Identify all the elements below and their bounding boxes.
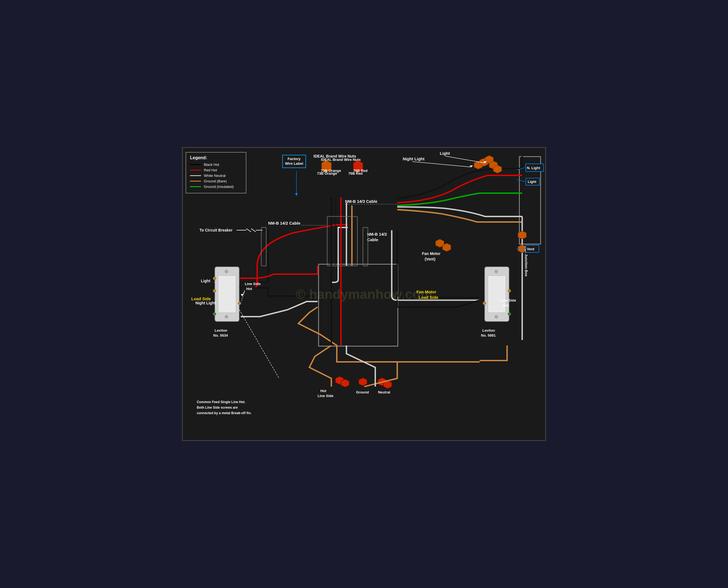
svg-text:Night Light: Night Light bbox=[195, 301, 216, 305]
svg-line-61 bbox=[239, 310, 279, 379]
svg-line-3 bbox=[246, 229, 251, 232]
nm142-top-label: NM-B 14/2 Cable bbox=[268, 221, 301, 226]
nm142-right-label: NM-B 14/2 bbox=[367, 232, 387, 236]
svg-text:Light: Light bbox=[201, 279, 210, 283]
svg-text:Line Side: Line Side bbox=[245, 282, 260, 286]
svg-text:Fan Motor: Fan Motor bbox=[422, 251, 441, 256]
nm142-right-label2: Cable bbox=[367, 237, 378, 242]
svg-text:Light: Light bbox=[440, 151, 450, 155]
svg-text:Leviton: Leviton bbox=[483, 328, 495, 333]
76b-red-label: 76B Red bbox=[353, 169, 368, 173]
svg-line-71 bbox=[517, 180, 525, 182]
svg-text:Hot: Hot bbox=[503, 303, 509, 308]
svg-marker-24 bbox=[518, 231, 526, 239]
svg-text:Hot: Hot bbox=[246, 287, 252, 291]
svg-line-4 bbox=[251, 229, 256, 232]
svg-text:Common Feed Single Line Hot.: Common Feed Single Line Hot. bbox=[197, 400, 245, 404]
svg-marker-12 bbox=[341, 379, 349, 387]
svg-line-32 bbox=[445, 156, 485, 163]
svg-text:Hot: Hot bbox=[320, 389, 326, 393]
svg-marker-13 bbox=[359, 378, 367, 386]
svg-text:Light: Light bbox=[528, 180, 537, 184]
73b-orange-label: 73B Orange bbox=[321, 169, 341, 173]
svg-marker-17 bbox=[442, 244, 451, 251]
svg-text:Line Side: Line Side bbox=[500, 298, 516, 302]
circuit-breaker-label: To Circuit Breaker bbox=[199, 228, 232, 232]
svg-text:Load Side: Load Side bbox=[419, 295, 438, 300]
svg-text:Vent: Vent bbox=[527, 247, 535, 251]
diagram-container: © handymanhow.com Legend: Black Hot Red … bbox=[182, 147, 546, 441]
nm143-label: NM-B 14/3 Cable bbox=[345, 199, 377, 204]
svg-text:Fan Motor: Fan Motor bbox=[417, 290, 436, 294]
svg-line-45 bbox=[241, 291, 245, 301]
svg-text:No. 5691: No. 5691 bbox=[481, 333, 496, 337]
svg-line-29 bbox=[412, 162, 471, 167]
svg-marker-10 bbox=[493, 165, 502, 173]
svg-text:Line Side: Line Side bbox=[318, 394, 333, 398]
svg-text:Neutral: Neutral bbox=[378, 390, 390, 394]
svg-text:Both Line Side screws are: Both Line Side screws are bbox=[197, 406, 238, 410]
svg-text:Leviton: Leviton bbox=[215, 328, 227, 333]
svg-text:No. 5634: No. 5634 bbox=[213, 333, 228, 337]
svg-text:Night Light: Night Light bbox=[403, 157, 424, 161]
wiring-svg: NM-B 14/3 Cable NM-B 14/2 Cable NM-B 14/… bbox=[183, 148, 545, 440]
svg-text:(Vent): (Vent) bbox=[425, 257, 436, 261]
svg-marker-44 bbox=[241, 294, 244, 296]
ideal-brand-label: IDEAL Brand Wire Nuts bbox=[321, 158, 361, 162]
svg-text:Load Side: Load Side bbox=[191, 297, 211, 301]
svg-text:N. Light: N. Light bbox=[527, 166, 541, 170]
svg-text:connected by a metal Break-off: connected by a metal Break-off fin. bbox=[197, 411, 251, 415]
svg-text:Ground: Ground bbox=[356, 390, 369, 394]
svg-marker-76 bbox=[295, 193, 298, 196]
